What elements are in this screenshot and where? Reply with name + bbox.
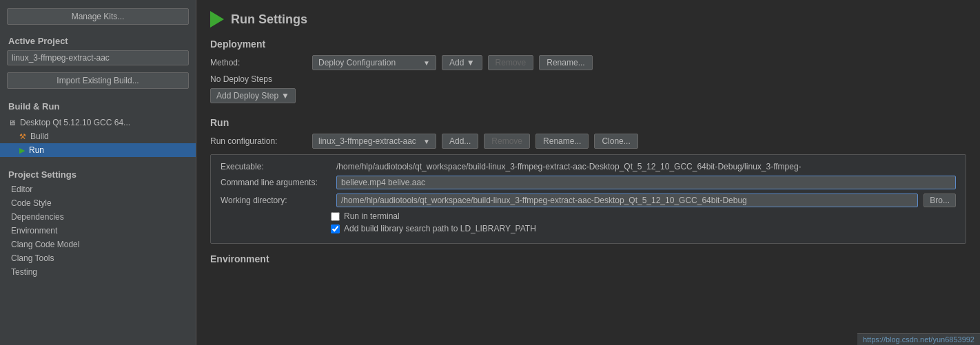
active-project-select[interactable]: linux_3-ffmpeg-extract-aac — [7, 50, 189, 65]
deployment-add-arrow: ▼ — [467, 58, 475, 67]
run-icon: ▶ — [19, 146, 25, 155]
page-title: Run Settings — [231, 12, 307, 27]
sidebar-item-clang-tools[interactable]: Clang Tools — [0, 251, 196, 265]
main-content: Run Settings Deployment Method: Deploy C… — [196, 0, 980, 345]
working-dir-row: Working directory: Bro... — [221, 194, 956, 207]
manage-kits-section: Manage Kits... — [7, 8, 189, 25]
run-config-row: Run configuration: linux_3-ffmpeg-extrac… — [210, 134, 966, 149]
sidebar: Manage Kits... Active Project linux_3-ff… — [0, 0, 196, 345]
import-build-section: Import Existing Build... — [7, 72, 189, 89]
manage-kits-button[interactable]: Manage Kits... — [7, 8, 189, 25]
run-clone-button[interactable]: Clone... — [594, 134, 637, 149]
status-bar-url: https://blog.csdn.net/yun6853992 — [863, 335, 974, 344]
desktop-item-label: Desktop Qt 5.12.10 GCC 64... — [20, 118, 130, 127]
run-config-dropdown[interactable]: linux_3-ffmpeg-extract-aac ▼ — [312, 134, 436, 149]
monitor-icon: 🖥 — [8, 118, 16, 127]
build-item-label: Build — [30, 132, 49, 141]
library-path-label: Add build library search path to LD_LIBR… — [344, 224, 536, 233]
run-add-button[interactable]: Add... — [442, 134, 478, 149]
library-path-row: Add build library search path to LD_LIBR… — [331, 224, 956, 233]
method-dropdown-arrow: ▼ — [423, 59, 430, 67]
run-remove-label: Remove — [491, 136, 522, 146]
cmd-args-input[interactable] — [336, 176, 956, 189]
no-deploy-text: No Deploy Steps — [210, 74, 966, 84]
run-terminal-row: Run in terminal — [331, 211, 956, 221]
run-config-arrow: ▼ — [423, 138, 430, 145]
deployment-remove-button[interactable]: Remove — [488, 55, 534, 70]
executable-label: Executable: — [221, 162, 331, 171]
add-deploy-step-button[interactable]: Add Deploy Step ▼ — [210, 88, 296, 103]
run-terminal-label: Run in terminal — [344, 211, 400, 221]
method-row: Method: Deploy Configuration ▼ Add ▼ Rem… — [210, 55, 966, 70]
library-path-checkbox[interactable] — [331, 224, 340, 233]
method-dropdown[interactable]: Deploy Configuration ▼ — [312, 55, 436, 70]
build-run-title: Build & Run — [0, 97, 196, 114]
add-deploy-step-arrow: ▼ — [281, 91, 289, 101]
browse-button[interactable]: Bro... — [923, 194, 956, 207]
run-play-icon — [210, 11, 224, 28]
environment-section-title: Environment — [210, 253, 966, 264]
sidebar-item-code-style[interactable]: Code Style — [0, 196, 196, 210]
run-config-label: Run configuration: — [210, 136, 307, 146]
method-dropdown-value: Deploy Configuration — [318, 58, 396, 67]
deployment-remove-label: Remove — [496, 58, 527, 67]
add-deploy-step-label: Add Deploy Step — [216, 91, 278, 101]
run-rename-label: Rename... — [543, 136, 581, 146]
status-bar: https://blog.csdn.net/yun6853992 — [857, 333, 980, 345]
cmd-args-label: Command line arguments: — [221, 178, 331, 187]
run-add-label: Add... — [449, 136, 471, 146]
deployment-add-button[interactable]: Add ▼ — [442, 55, 482, 70]
desktop-item[interactable]: 🖥 Desktop Qt 5.12.10 GCC 64... — [0, 116, 196, 129]
build-item[interactable]: ⚒ Build — [0, 129, 196, 143]
run-settings-box: Executable: /home/hlp/audiotools/qt_work… — [210, 154, 966, 244]
executable-row: Executable: /home/hlp/audiotools/qt_work… — [221, 162, 956, 171]
executable-value: /home/hlp/audiotools/qt_workspace/build-… — [336, 162, 956, 171]
deployment-add-label: Add — [449, 58, 464, 67]
cmd-args-row: Command line arguments: — [221, 176, 956, 189]
deployment-rename-button[interactable]: Rename... — [539, 55, 592, 70]
run-terminal-checkbox[interactable] — [331, 212, 340, 221]
build-run-tree: 🖥 Desktop Qt 5.12.10 GCC 64... ⚒ Build ▶… — [0, 116, 196, 157]
sidebar-item-clang-code-model[interactable]: Clang Code Model — [0, 238, 196, 251]
page-title-row: Run Settings — [210, 11, 966, 28]
sidebar-item-editor[interactable]: Editor — [0, 182, 196, 196]
method-label: Method: — [210, 58, 307, 67]
working-dir-label: Working directory: — [221, 196, 331, 205]
sidebar-item-dependencies[interactable]: Dependencies — [0, 210, 196, 224]
project-settings-title: Project Settings — [0, 165, 196, 182]
run-config-value: linux_3-ffmpeg-extract-aac — [318, 136, 416, 146]
build-icon: ⚒ — [19, 132, 26, 141]
run-item-label: Run — [29, 145, 44, 155]
sidebar-item-testing[interactable]: Testing — [0, 265, 196, 279]
active-project-title: Active Project — [0, 32, 196, 49]
run-remove-button[interactable]: Remove — [484, 134, 530, 149]
deployment-rename-label: Rename... — [547, 58, 584, 67]
run-section-title: Run — [210, 117, 966, 128]
run-rename-button[interactable]: Rename... — [535, 134, 589, 149]
run-clone-label: Clone... — [602, 136, 630, 146]
working-dir-input[interactable] — [336, 194, 918, 207]
sidebar-item-environment[interactable]: Environment — [0, 224, 196, 238]
deployment-section-title: Deployment — [210, 39, 966, 50]
project-settings-section: Project Settings Editor Code Style Depen… — [0, 165, 196, 279]
active-project-row: linux_3-ffmpeg-extract-aac — [7, 50, 189, 65]
import-build-button[interactable]: Import Existing Build... — [7, 72, 189, 89]
run-item[interactable]: ▶ Run — [0, 143, 196, 157]
